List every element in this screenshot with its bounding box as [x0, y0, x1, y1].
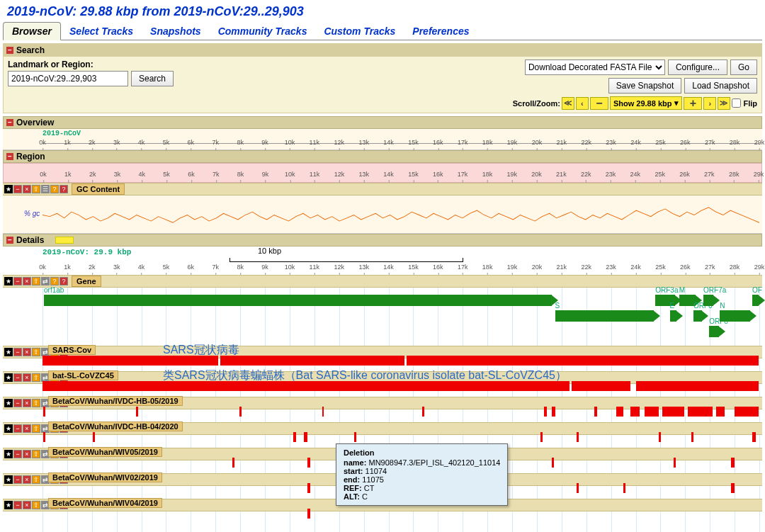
gene-orf1ab[interactable]: [44, 295, 551, 306]
align-segment[interactable]: [293, 432, 296, 442]
scroll-far-right-icon[interactable]: ≫: [718, 97, 730, 110]
track-ctrl-icon[interactable]: ★: [4, 501, 13, 509]
favorite-icon[interactable]: ★: [4, 277, 13, 285]
go-button[interactable]: Go: [730, 60, 757, 75]
tab-snapshots[interactable]: Snapshots: [142, 23, 210, 40]
align-segment[interactable]: [42, 356, 218, 366]
region-input[interactable]: [8, 71, 128, 86]
close-track-icon[interactable]: −: [13, 185, 22, 193]
align-segment[interactable]: [354, 432, 356, 442]
track-ctrl-icon[interactable]: −: [13, 501, 22, 509]
track-ctrl-icon[interactable]: ★: [4, 424, 13, 433]
align-segment[interactable]: [239, 407, 242, 417]
align-segment[interactable]: [544, 407, 547, 417]
gene-ORF7a[interactable]: [703, 295, 713, 306]
track-ctrl-icon[interactable]: −: [13, 424, 22, 433]
align-track[interactable]: BetaCoV/Wuhan/IVDC-HB-04/2020: [42, 422, 759, 443]
scroll-far-left-icon[interactable]: ≪: [562, 97, 574, 110]
align-segment[interactable]: [42, 381, 570, 391]
align-segment[interactable]: [422, 407, 424, 417]
gene-S[interactable]: [555, 310, 654, 322]
align-segment[interactable]: [735, 407, 759, 417]
track-ctrl-icon[interactable]: ⇧: [32, 373, 40, 382]
align-segment[interactable]: [594, 407, 597, 417]
track-ctrl-icon[interactable]: ×: [23, 373, 31, 382]
align-segment[interactable]: [322, 407, 324, 417]
track-ctrl-icon[interactable]: ★: [4, 475, 13, 484]
zoom-select[interactable]: Show 29.88 kbp▾: [610, 96, 683, 110]
track-menu-icon[interactable]: ⇄: [41, 277, 50, 285]
remove-track-icon[interactable]: ×: [23, 185, 31, 193]
align-segment[interactable]: [674, 458, 676, 468]
align-segment[interactable]: [93, 432, 95, 442]
remove-track-icon[interactable]: ×: [23, 277, 31, 285]
align-segment[interactable]: [616, 407, 623, 417]
align-segment[interactable]: [577, 483, 579, 493]
configure-button[interactable]: Configure...: [668, 60, 727, 75]
track-ctrl-icon[interactable]: ⇧: [32, 348, 40, 356]
tab-select-tracks[interactable]: Select Tracks: [61, 23, 142, 40]
track-ctrl-icon[interactable]: ×: [23, 399, 31, 407]
track-ctrl-icon[interactable]: ⇧: [32, 399, 40, 407]
align-segment[interactable]: [752, 432, 756, 442]
track-ctrl-icon[interactable]: ⇧: [32, 424, 40, 433]
align-segment[interactable]: [731, 483, 735, 493]
track-ctrl-icon[interactable]: −: [13, 450, 22, 458]
download-select[interactable]: Download Decorated FASTA File: [525, 60, 665, 75]
overview-ruler[interactable]: 2019-nCoV 0k1k2k3k4k5k6k7k8k9k10k11k12k1…: [3, 129, 762, 150]
align-track[interactable]: BetaCoV/Wuhan/IVDC-HB-05/2019: [42, 397, 759, 418]
align-segment[interactable]: [43, 432, 45, 442]
config-track-icon[interactable]: ?: [50, 277, 59, 285]
tab-browser[interactable]: Browser: [3, 22, 61, 40]
gene-N[interactable]: [720, 310, 750, 322]
help-track-icon[interactable]: ?: [60, 185, 68, 193]
track-ctrl-icon[interactable]: ⇧: [32, 450, 40, 458]
align-segment[interactable]: [307, 509, 310, 519]
align-segment[interactable]: [43, 407, 45, 417]
track-ctrl-icon[interactable]: ★: [4, 399, 13, 407]
align-segment[interactable]: [691, 432, 693, 442]
collapse-icon[interactable]: −: [6, 153, 13, 160]
tab-community-tracks[interactable]: Community Tracks: [210, 23, 316, 40]
gene-track[interactable]: orf1abSORF3aEMORF6ORF7aORF8NOF: [42, 289, 759, 341]
scroll-right-icon[interactable]: ›: [703, 97, 716, 110]
tab-preferences[interactable]: Preferences: [404, 23, 477, 40]
align-segment[interactable]: [572, 381, 630, 391]
close-track-icon[interactable]: −: [13, 277, 22, 285]
align-segment[interactable]: [623, 483, 625, 493]
gene-ORF8[interactable]: [709, 326, 719, 337]
zoom-out-icon[interactable]: −: [590, 97, 608, 110]
align-segment[interactable]: [552, 407, 555, 417]
scroll-left-icon[interactable]: ‹: [576, 97, 589, 110]
track-ctrl-icon[interactable]: −: [13, 373, 22, 382]
collapse-icon[interactable]: −: [6, 119, 13, 126]
gc-plot[interactable]: % gc: [3, 196, 762, 234]
align-segment[interactable]: [232, 458, 234, 468]
track-ctrl-icon[interactable]: ×: [23, 424, 31, 433]
load-snapshot-button[interactable]: Load Snapshot: [684, 78, 757, 94]
align-segment[interactable]: [645, 407, 659, 417]
zoom-in-icon[interactable]: +: [684, 97, 702, 110]
config-track-icon[interactable]: ?: [50, 185, 59, 193]
align-segment[interactable]: [659, 432, 661, 442]
detail-ruler[interactable]: 2019-nCoV: 29.9 kbp 10 kbp 0k1k2k3k4k5k6…: [3, 247, 762, 275]
track-ctrl-icon[interactable]: ⇧: [32, 501, 40, 509]
align-segment[interactable]: [407, 356, 759, 366]
track-ctrl-icon[interactable]: ★: [4, 450, 13, 458]
align-segment[interactable]: [307, 458, 310, 468]
align-segment[interactable]: [688, 407, 713, 417]
align-segment[interactable]: [716, 407, 725, 417]
region-ruler[interactable]: 0k1k2k3k4k5k6k7k8k9k10k11k12k13k14k15k16…: [3, 163, 762, 183]
track-ctrl-icon[interactable]: ×: [23, 501, 31, 509]
track-ctrl-icon[interactable]: ×: [23, 348, 31, 356]
track-ctrl-icon[interactable]: ×: [23, 475, 31, 484]
track-ctrl-icon[interactable]: −: [13, 348, 22, 356]
align-segment[interactable]: [307, 483, 310, 493]
share-track-icon[interactable]: ⇧: [32, 185, 40, 193]
align-segment[interactable]: [636, 381, 759, 391]
align-track[interactable]: SARS-CovSARS冠状病毒: [42, 346, 759, 367]
share-track-icon[interactable]: ⇧: [32, 277, 40, 285]
tab-custom-tracks[interactable]: Custom Tracks: [315, 23, 404, 40]
track-ctrl-icon[interactable]: ⇧: [32, 475, 40, 484]
track-ctrl-icon[interactable]: −: [13, 399, 22, 407]
